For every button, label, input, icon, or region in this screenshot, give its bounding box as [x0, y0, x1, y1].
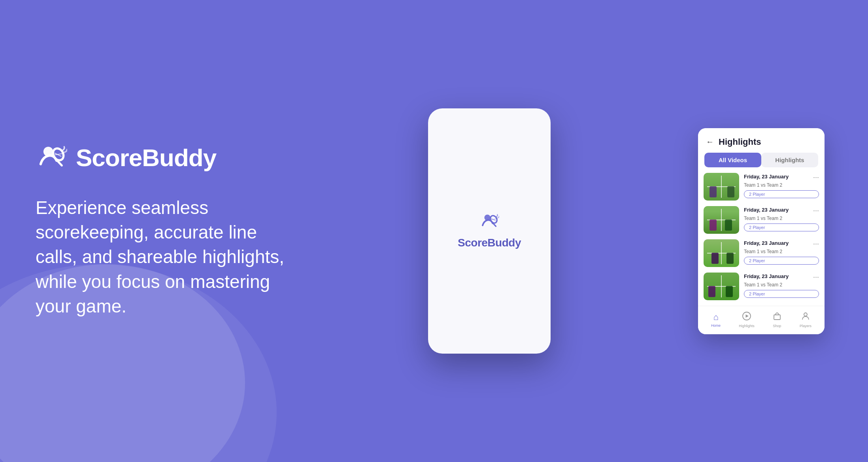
phone-logo-icon: [479, 213, 499, 230]
video-info-top-3: Friday, 23 January ···: [744, 240, 819, 247]
bottom-nav: ⌂ Home Highlights: [698, 306, 825, 334]
app-screen: ← Highlights All Videos Highlights: [698, 128, 825, 334]
video-date-2: Friday, 23 January: [744, 207, 789, 213]
video-date-4: Friday, 23 January: [744, 273, 789, 279]
players-icon: [801, 312, 810, 323]
tab-highlights[interactable]: Highlights: [761, 153, 818, 167]
center-section: ScoreBuddy: [304, 108, 674, 354]
svg-marker-11: [745, 314, 749, 318]
highlights-icon: [742, 312, 751, 323]
video-more-2[interactable]: ···: [813, 207, 819, 214]
video-more-4[interactable]: ···: [813, 273, 819, 280]
video-teams-2: Team 1 vs Team 2: [744, 216, 819, 221]
video-badge-4: 2 Player: [744, 290, 819, 298]
tab-bar: All Videos Highlights: [698, 153, 825, 173]
video-info-1: Friday, 23 January ··· Team 1 vs Team 2 …: [744, 173, 819, 198]
video-date-3: Friday, 23 January: [744, 240, 789, 246]
svg-rect-12: [774, 315, 780, 320]
left-section: ScoreBuddy Experience seamless scorekeep…: [36, 144, 304, 318]
nav-shop[interactable]: Shop: [773, 312, 781, 328]
back-button[interactable]: ←: [706, 137, 714, 146]
video-item-4: Friday, 23 January ··· Team 1 vs Team 2 …: [704, 273, 819, 300]
video-list: Friday, 23 January ··· Team 1 vs Team 2 …: [698, 173, 825, 306]
video-thumb-3[interactable]: [704, 239, 739, 267]
tab-all-videos[interactable]: All Videos: [704, 153, 761, 167]
video-badge-1: 2 Player: [744, 190, 819, 198]
video-info-2: Friday, 23 January ··· Team 1 vs Team 2 …: [744, 206, 819, 231]
video-info-top-4: Friday, 23 January ···: [744, 273, 819, 280]
video-thumb-4[interactable]: [704, 273, 739, 300]
video-more-1[interactable]: ···: [813, 174, 819, 181]
video-item-1: Friday, 23 January ··· Team 1 vs Team 2 …: [704, 173, 819, 201]
right-section: ← Highlights All Videos Highlights: [698, 128, 832, 334]
brand-tagline: Experience seamless scorekeeping, accura…: [36, 195, 289, 318]
home-icon: ⌂: [713, 312, 718, 322]
video-info-top-2: Friday, 23 January ···: [744, 207, 819, 214]
video-date-1: Friday, 23 January: [744, 174, 789, 180]
video-teams-1: Team 1 vs Team 2: [744, 182, 819, 188]
nav-players-label: Players: [800, 324, 811, 328]
svg-point-13: [804, 313, 807, 316]
video-info-3: Friday, 23 January ··· Team 1 vs Team 2 …: [744, 239, 819, 265]
nav-home-label: Home: [711, 324, 721, 328]
nav-highlights-label: Highlights: [739, 324, 755, 328]
nav-shop-label: Shop: [773, 324, 781, 328]
video-item-2: Friday, 23 January ··· Team 1 vs Team 2 …: [704, 206, 819, 234]
nav-highlights[interactable]: Highlights: [739, 312, 755, 328]
brand-logo-icon: [36, 144, 67, 172]
video-badge-3: 2 Player: [744, 257, 819, 265]
video-badge-2: 2 Player: [744, 223, 819, 231]
video-teams-4: Team 1 vs Team 2: [744, 282, 819, 288]
video-info-4: Friday, 23 January ··· Team 1 vs Team 2 …: [744, 273, 819, 298]
video-thumb-2[interactable]: [704, 206, 739, 234]
phone-mockup: ScoreBuddy: [428, 108, 551, 354]
nav-players[interactable]: Players: [800, 312, 811, 328]
app-header: ← Highlights: [698, 128, 825, 153]
nav-home[interactable]: ⌂ Home: [711, 312, 721, 328]
video-info-top-1: Friday, 23 January ···: [744, 174, 819, 181]
brand-name: ScoreBuddy: [76, 144, 216, 172]
logo-area: ScoreBuddy: [36, 144, 304, 172]
video-teams-3: Team 1 vs Team 2: [744, 249, 819, 254]
phone-brand-text: ScoreBuddy: [458, 237, 521, 249]
video-thumb-1[interactable]: [704, 173, 739, 201]
app-header-title: Highlights: [719, 137, 761, 147]
video-item-3: Friday, 23 January ··· Team 1 vs Team 2 …: [704, 239, 819, 267]
page-content: ScoreBuddy Experience seamless scorekeep…: [0, 0, 868, 462]
shop-icon: [773, 312, 781, 323]
video-more-3[interactable]: ···: [813, 240, 819, 247]
